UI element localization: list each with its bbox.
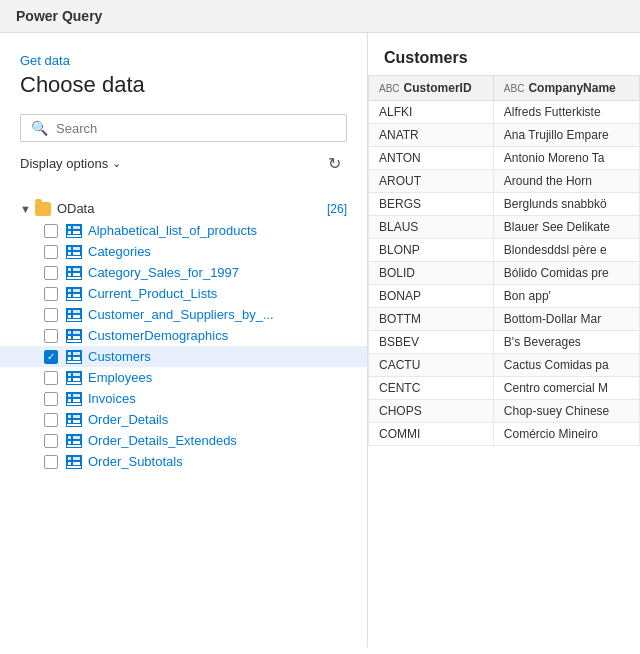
item-label: Customers [88, 349, 151, 364]
table-cell: Blauer See Delikate [493, 216, 639, 239]
table-cell: AROUT [369, 170, 494, 193]
item-checkbox[interactable] [44, 266, 58, 280]
list-item[interactable]: Order_Details [0, 409, 367, 430]
refresh-button[interactable]: ↻ [322, 152, 347, 175]
item-checkbox[interactable] [44, 371, 58, 385]
table-cell: CENTC [369, 377, 494, 400]
table-cell: Berglunds snabbkö [493, 193, 639, 216]
table-cell: BLAUS [369, 216, 494, 239]
table-body: ALFKIAlfreds FutterkisteANATRAna Trujill… [369, 101, 640, 446]
col-label-customerid: CustomerID [404, 81, 472, 95]
col-type-icon: ABC [504, 83, 525, 94]
list-item[interactable]: Alphabetical_list_of_products [0, 220, 367, 241]
item-checkbox[interactable] [44, 413, 58, 427]
main-layout: Get data Choose data 🔍 Display options ⌄… [0, 33, 640, 647]
item-checkbox[interactable] [44, 434, 58, 448]
table-row: BONAPBon app' [369, 285, 640, 308]
table-row: BOTTMBottom-Dollar Mar [369, 308, 640, 331]
table-row: BERGSBerglunds snabbkö [369, 193, 640, 216]
display-options-row: Display options ⌄ ↻ [20, 152, 347, 175]
table-cell: Chop-suey Chinese [493, 400, 639, 423]
table-cell: Comércio Mineiro [493, 423, 639, 446]
table-cell: BONAP [369, 285, 494, 308]
left-panel: Get data Choose data 🔍 Display options ⌄… [0, 33, 368, 647]
list-item[interactable]: Order_Subtotals [0, 451, 367, 472]
item-checkbox[interactable] [44, 329, 58, 343]
item-checkbox[interactable] [44, 245, 58, 259]
table-cell: BSBEV [369, 331, 494, 354]
item-label: Employees [88, 370, 152, 385]
search-box[interactable]: 🔍 [20, 114, 347, 142]
table-row: BLONPBlondesddsl père e [369, 239, 640, 262]
search-icon: 🔍 [31, 120, 48, 136]
display-options-button[interactable]: Display options ⌄ [20, 156, 121, 171]
table-icon [66, 434, 82, 448]
table-icon [66, 350, 82, 364]
folder-count: [26] [327, 202, 347, 216]
item-label: Current_Product_Lists [88, 286, 217, 301]
list-item[interactable]: CustomerDemographics [0, 325, 367, 346]
item-label: Order_Details_Extendeds [88, 433, 237, 448]
list-item[interactable]: Customers [0, 346, 367, 367]
list-item[interactable]: Category_Sales_for_1997 [0, 262, 367, 283]
item-checkbox[interactable] [44, 455, 58, 469]
folder-icon [35, 202, 51, 216]
table-cell: BOTTM [369, 308, 494, 331]
col-header-companyname: ABC CompanyName [493, 76, 639, 101]
right-panel: Customers ABC CustomerID ABC [368, 33, 640, 647]
item-checkbox[interactable] [44, 392, 58, 406]
data-table-wrap[interactable]: ABC CustomerID ABC CompanyName [368, 75, 640, 647]
folder-arrow-icon: ▼ [20, 203, 31, 215]
item-checkbox[interactable] [44, 224, 58, 238]
table-cell: BLONP [369, 239, 494, 262]
table-icon [66, 455, 82, 469]
table-cell: ANTON [369, 147, 494, 170]
list-item[interactable]: Order_Details_Extendeds [0, 430, 367, 451]
table-icon [66, 413, 82, 427]
data-table: ABC CustomerID ABC CompanyName [368, 75, 640, 446]
item-checkbox[interactable] [44, 308, 58, 322]
header-bar: Power Query [0, 0, 640, 33]
table-icon [66, 224, 82, 238]
display-options-label: Display options [20, 156, 108, 171]
table-icon [66, 371, 82, 385]
table-row: CHOPSChop-suey Chinese [369, 400, 640, 423]
list-item[interactable]: Current_Product_Lists [0, 283, 367, 304]
list-item[interactable]: Customer_and_Suppliers_by_... [0, 304, 367, 325]
table-icon [66, 308, 82, 322]
table-cell: Cactus Comidas pa [493, 354, 639, 377]
list-item[interactable]: Employees [0, 367, 367, 388]
table-cell: COMMI [369, 423, 494, 446]
table-cell: CACTU [369, 354, 494, 377]
table-cell: Bottom-Dollar Mar [493, 308, 639, 331]
table-row: CACTUCactus Comidas pa [369, 354, 640, 377]
item-label: Categories [88, 244, 151, 259]
item-label: Order_Details [88, 412, 168, 427]
table-icon [66, 245, 82, 259]
item-label: Order_Subtotals [88, 454, 183, 469]
table-cell: ANATR [369, 124, 494, 147]
table-row: BLAUSBlauer See Delikate [369, 216, 640, 239]
get-data-label: Get data [20, 53, 347, 68]
table-cell: Around the Horn [493, 170, 639, 193]
table-icon [66, 392, 82, 406]
search-input[interactable] [56, 121, 336, 136]
list-item[interactable]: Categories [0, 241, 367, 262]
col-header-customerid: ABC CustomerID [369, 76, 494, 101]
table-row: ALFKIAlfreds Futterkiste [369, 101, 640, 124]
preview-title: Customers [368, 33, 640, 75]
folder-name: OData [57, 201, 319, 216]
table-cell: Bólido Comidas pre [493, 262, 639, 285]
table-cell: Ana Trujillo Empare [493, 124, 639, 147]
item-checkbox[interactable] [44, 287, 58, 301]
item-label: Customer_and_Suppliers_by_... [88, 307, 274, 322]
item-label: CustomerDemographics [88, 328, 228, 343]
chevron-down-icon: ⌄ [112, 157, 121, 170]
odata-folder[interactable]: ▼ OData [26] [0, 197, 367, 220]
table-cell: Centro comercial M [493, 377, 639, 400]
item-checkbox[interactable] [44, 350, 58, 364]
table-cell: CHOPS [369, 400, 494, 423]
item-label: Invoices [88, 391, 136, 406]
table-row: BOLIDBólido Comidas pre [369, 262, 640, 285]
list-item[interactable]: Invoices [0, 388, 367, 409]
